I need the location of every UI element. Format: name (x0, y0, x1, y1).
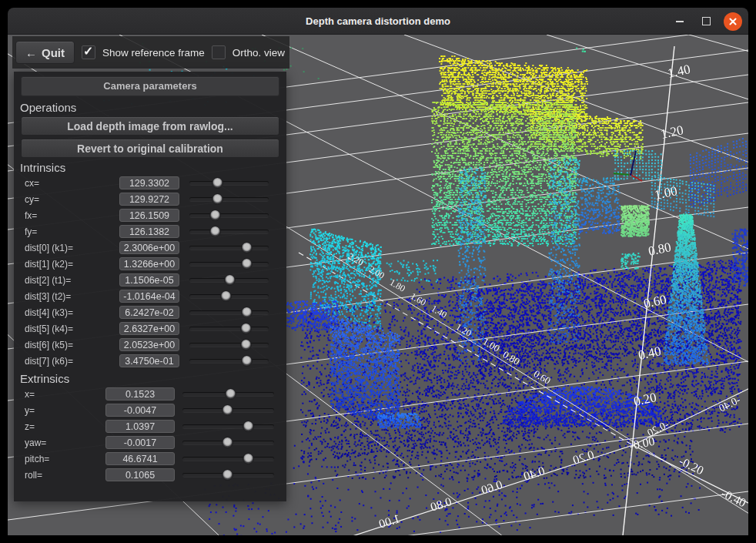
param-slider[interactable] (189, 193, 269, 206)
slider-knob[interactable] (209, 226, 221, 237)
title-bar[interactable]: Depth camera distortion demo (8, 8, 748, 35)
slider-track[interactable] (189, 359, 269, 363)
param-slider[interactable] (189, 322, 269, 335)
slider-track[interactable] (189, 181, 269, 185)
slider-knob[interactable] (212, 193, 223, 205)
param-value-box[interactable]: 1.3266e+00 (119, 257, 179, 270)
param-slider[interactable] (189, 273, 269, 287)
3d-viewport[interactable]: 1.401.201.000.800.600.400.20-0.00-0.20-0… (8, 35, 748, 535)
slider-track[interactable] (189, 230, 269, 233)
window-controls (671, 8, 742, 35)
param-slider[interactable] (182, 468, 274, 481)
param-value-box[interactable]: 1.0397 (105, 420, 175, 433)
slider-knob[interactable] (240, 339, 252, 350)
slider-track[interactable] (189, 327, 269, 330)
param-value-box[interactable]: 6.2427e-02 (119, 306, 179, 319)
param-slider[interactable] (189, 257, 269, 270)
param-row: dist[1] (k2)=1.3266e+00 (25, 257, 286, 270)
window-title: Depth camera distortion demo (8, 8, 748, 35)
panel-header[interactable]: Camera parameters (21, 76, 279, 96)
app-window: Depth camera distortion demo 1.401.201.0… (0, 0, 756, 543)
load-depth-image-button[interactable]: Load depth image from rawlog... (21, 116, 279, 136)
slider-knob[interactable] (222, 437, 233, 448)
param-value-box[interactable]: 2.3006e+00 (119, 241, 179, 254)
slider-knob[interactable] (212, 177, 223, 189)
param-label: roll= (25, 470, 105, 481)
show-reference-frame-label: Show reference frame (102, 47, 205, 59)
param-value-box[interactable]: 0.1065 (105, 468, 175, 481)
revert-calibration-button[interactable]: Revert to original calibration (21, 139, 279, 158)
param-slider[interactable] (189, 209, 269, 222)
slider-knob[interactable] (241, 242, 253, 253)
slider-track[interactable] (189, 310, 269, 314)
minimize-button[interactable] (671, 13, 688, 30)
param-slider[interactable] (189, 176, 269, 189)
param-slider[interactable] (189, 354, 269, 367)
param-slider[interactable] (182, 387, 274, 401)
ortho-view-checkbox[interactable] (212, 45, 226, 59)
param-row: dist[3] (t2)=-1.0164e-04 (25, 290, 286, 303)
show-reference-frame-checkbox[interactable] (82, 45, 95, 59)
slider-knob[interactable] (241, 258, 253, 270)
slider-track[interactable] (182, 457, 274, 461)
param-value-box[interactable]: -0.0047 (105, 404, 175, 417)
slider-track[interactable] (189, 197, 269, 201)
slider-knob[interactable] (222, 469, 233, 481)
slider-knob[interactable] (243, 453, 254, 464)
param-value-box[interactable]: 126.1382 (119, 225, 179, 238)
param-row: y=-0.0047 (25, 404, 286, 417)
slider-knob[interactable] (209, 209, 221, 221)
param-slider[interactable] (189, 306, 269, 319)
param-value-box[interactable]: 0.1523 (105, 387, 175, 401)
param-label: dist[7] (k6)= (25, 356, 119, 367)
param-slider[interactable] (182, 452, 274, 465)
param-value-box[interactable]: -1.0164e-04 (119, 290, 179, 303)
quit-label: Quit (42, 46, 65, 59)
slider-knob[interactable] (224, 274, 236, 286)
slider-track[interactable] (189, 246, 269, 250)
slider-knob[interactable] (225, 388, 236, 400)
slider-knob[interactable] (240, 323, 252, 334)
param-slider[interactable] (189, 338, 269, 351)
param-row: z=1.0397 (25, 420, 286, 433)
slider-knob[interactable] (222, 404, 233, 416)
param-value-box[interactable]: 2.6327e+00 (119, 322, 179, 335)
slider-knob[interactable] (241, 355, 253, 367)
param-slider[interactable] (182, 420, 274, 433)
param-slider[interactable] (182, 404, 274, 417)
param-slider[interactable] (182, 436, 274, 449)
slider-track[interactable] (189, 343, 269, 347)
slider-knob[interactable] (241, 307, 253, 318)
close-button[interactable] (724, 12, 742, 31)
param-value-box[interactable]: 3.4750e-01 (119, 354, 179, 367)
param-value-box[interactable]: 1.1506e-05 (119, 273, 179, 287)
section-extrinsics: Extrinsics (20, 372, 286, 385)
param-label: dist[1] (k2)= (25, 259, 119, 270)
slider-knob[interactable] (220, 290, 232, 302)
section-intrinsics: Intrinsics (20, 161, 286, 174)
param-row: cy=129.9272 (25, 193, 286, 206)
param-slider[interactable] (189, 290, 269, 303)
param-value-box[interactable]: -0.0017 (105, 436, 175, 449)
camera-parameters-panel: Camera parameters Operations Load depth … (14, 72, 286, 501)
slider-track[interactable] (189, 262, 269, 266)
param-value-box[interactable]: 126.1509 (119, 209, 179, 222)
param-label: dist[5] (k4)= (25, 323, 119, 334)
quit-button[interactable]: ← Quit (15, 41, 75, 64)
slider-track[interactable] (182, 424, 274, 428)
slider-knob[interactable] (243, 421, 254, 432)
param-value-box[interactable]: 129.9272 (119, 193, 179, 206)
param-label: yaw= (25, 437, 105, 448)
maximize-button[interactable] (697, 13, 714, 30)
param-value-box[interactable]: 2.0523e+00 (119, 338, 179, 351)
param-value-box[interactable]: 129.3302 (119, 176, 179, 189)
param-label: z= (25, 421, 105, 432)
param-slider[interactable] (189, 225, 269, 238)
param-slider[interactable] (189, 241, 269, 254)
close-icon (728, 17, 738, 26)
param-row: roll=0.1065 (25, 468, 286, 481)
param-label: fy= (25, 226, 119, 237)
slider-track[interactable] (189, 213, 269, 217)
param-value-box[interactable]: 46.6741 (105, 452, 175, 465)
param-row: dist[6] (k5)=2.0523e+00 (25, 338, 286, 351)
